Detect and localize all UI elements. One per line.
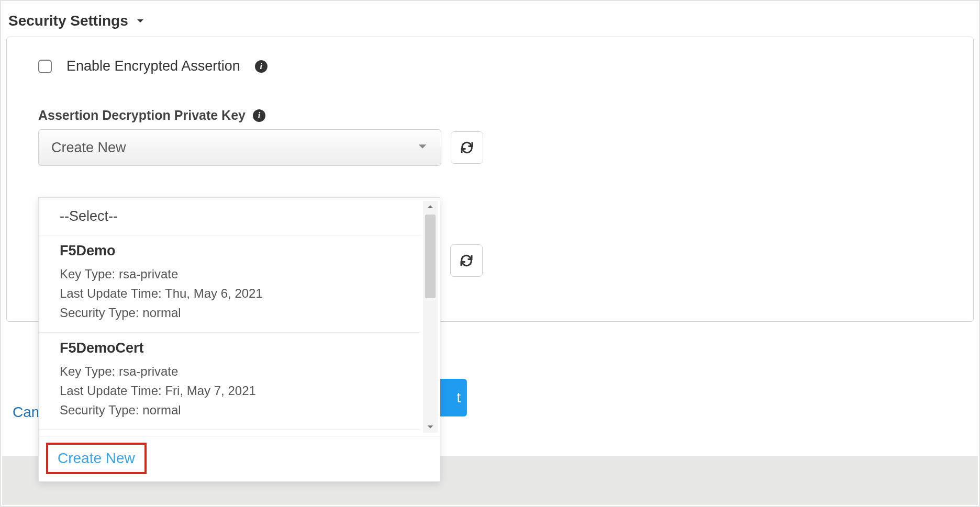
assertion-key-select-row: Create New [38,129,942,166]
dropdown-option-title: F5Demo [60,243,400,259]
cancel-link[interactable]: Can [13,404,39,421]
chevron-down-icon [417,140,428,156]
assertion-key-selected-value: Create New [51,140,126,156]
dropdown-option-f5demo[interactable]: F5Demo Key Type: rsa-private Last Update… [39,235,421,333]
info-icon[interactable]: i [255,60,268,73]
dropdown-option-f5democert[interactable]: F5DemoCert Key Type: rsa-private Last Up… [39,333,421,430]
scroll-up-arrow-icon[interactable] [423,201,438,212]
dropdown-option-partial[interactable] [39,430,421,436]
refresh-button-2[interactable] [450,244,483,277]
caret-down-icon [136,13,145,29]
assertion-key-field-label: Assertion Decryption Private Key i [38,108,942,123]
section-header[interactable]: Security Settings [1,1,979,33]
section-title: Security Settings [8,13,128,29]
assertion-key-label-text: Assertion Decryption Private Key [38,108,246,123]
info-icon[interactable]: i [253,109,265,122]
dropdown-option-meta: Key Type: rsa-private Last Update Time: … [60,264,400,323]
assertion-key-dropdown: --Select-- F5Demo Key Type: rsa-private … [38,197,440,482]
dropdown-scroll-area: --Select-- F5Demo Key Type: rsa-private … [39,198,440,436]
dropdown-option-title: F5DemoCert [60,340,400,356]
assertion-key-select[interactable]: Create New [38,129,441,166]
enable-encrypted-assertion-label: Enable Encrypted Assertion [66,58,240,74]
dropdown-option-meta: Key Type: rsa-private Last Update Time: … [60,362,400,420]
next-button-fragment: t [456,390,461,406]
enable-encrypted-assertion-row: Enable Encrypted Assertion i [38,58,942,74]
create-new-link[interactable]: Create New [46,443,147,474]
dropdown-content: --Select-- F5Demo Key Type: rsa-private … [39,198,440,436]
scroll-thumb[interactable] [425,215,436,298]
dropdown-placeholder-option[interactable]: --Select-- [39,198,421,235]
next-button[interactable]: t [436,379,467,416]
scroll-down-arrow-icon[interactable] [423,421,438,433]
dropdown-footer: Create New [39,436,440,481]
page-root: Security Settings Enable Encrypted Asser… [0,0,980,507]
scrollbar[interactable] [423,201,438,433]
refresh-button[interactable] [451,131,483,164]
enable-encrypted-assertion-checkbox[interactable] [38,60,52,73]
